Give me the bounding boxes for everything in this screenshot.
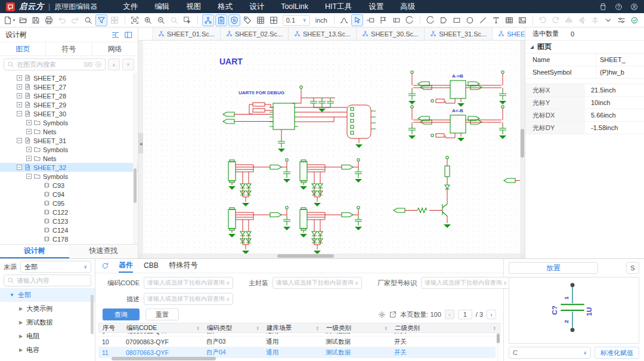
help-icon[interactable] [615, 3, 623, 11]
shield-button[interactable] [228, 14, 240, 26]
menu-design[interactable]: 设计 [241, 0, 273, 13]
tree-item-c123[interactable]: C123 [0, 217, 138, 226]
fit-view-button[interactable] [129, 14, 141, 26]
menu-toollink[interactable]: ToolLink [273, 0, 317, 13]
status-button[interactable] [628, 14, 640, 26]
tab-symbols[interactable]: 符号 [46, 42, 92, 55]
chevron-down-button[interactable] [602, 14, 614, 26]
column-header-[interactable]: 建库场景▲▼ [263, 323, 323, 332]
tree-structure-icon[interactable] [112, 31, 119, 39]
tree-item-c122[interactable]: C122 [0, 208, 138, 217]
category-search-input[interactable] [17, 277, 88, 284]
tree-item-sheet-30[interactable]: −SHEET_30 [0, 109, 138, 118]
select-area-button[interactable] [181, 14, 193, 26]
column-header-[interactable]: 二级类别▲▼ [391, 323, 500, 332]
tree-item-c124[interactable]: C124 [0, 226, 138, 235]
text-button[interactable] [490, 14, 502, 26]
clear-search-icon[interactable] [95, 61, 102, 68]
expander-icon[interactable]: − [17, 165, 22, 170]
search-prev-button[interactable]: ▲ [108, 58, 120, 70]
expander-icon[interactable]: + [26, 120, 32, 125]
net-flag-button[interactable] [377, 14, 389, 26]
schematic-title-text[interactable]: UART [219, 57, 243, 66]
grid-size-select[interactable]: 0.1∨ [283, 15, 310, 26]
schematic-subtitle-text[interactable]: UART0 FOR DEBUG [239, 90, 284, 95]
zoom-out-button[interactable] [155, 14, 167, 26]
doc-tab-sheet-31-sc[interactable]: SHEET_31.Sc... [425, 27, 493, 40]
expander-icon[interactable]: − [26, 174, 32, 179]
tag-button[interactable] [242, 14, 253, 26]
settings-gear-icon[interactable] [378, 311, 386, 319]
column-header-code[interactable]: 编码CODE▲▼ [123, 323, 203, 332]
tree-item-sheet-28[interactable]: +SHEET_28 [0, 91, 138, 100]
doc-tab-sheet-30-sc[interactable]: SHEET_30.Sc... [357, 27, 425, 40]
current-page-input[interactable]: 1 [458, 310, 472, 319]
line-button[interactable] [477, 14, 489, 26]
image-button[interactable] [516, 14, 528, 26]
snap-button[interactable] [268, 14, 280, 26]
category-search-box[interactable] [4, 274, 91, 286]
tree-item-sheet-26[interactable]: +SHEET_26 [0, 73, 138, 82]
tree-item-c244[interactable]: C244 [0, 243, 138, 244]
category-resistor[interactable]: ▶电阻 [0, 329, 95, 343]
search-button[interactable] [82, 14, 94, 26]
refresh-icon[interactable] [101, 262, 109, 270]
tree-item-c94[interactable]: C94 [0, 190, 138, 199]
arc-button[interactable] [404, 14, 416, 26]
table-vscrollbar-thumb[interactable] [497, 334, 500, 343]
category-test-data[interactable]: ▶测试数据 [0, 316, 95, 329]
category-scrollbar-thumb[interactable] [91, 295, 94, 334]
zoom-in-button[interactable] [142, 14, 154, 26]
category-all[interactable]: ▼全部 [0, 288, 95, 302]
tree-item-sheet-32[interactable]: −SHEET_32 [0, 163, 138, 172]
sort-icons[interactable]: ▲▼ [316, 326, 319, 331]
open-folder-icon[interactable] [138, 27, 153, 40]
canvas-vscrollbar[interactable] [520, 41, 525, 254]
open-folder-button[interactable] [17, 14, 29, 26]
s-button[interactable]: S [626, 262, 639, 274]
expander-icon[interactable]: − [17, 138, 22, 143]
expander-icon[interactable]: + [17, 75, 22, 81]
source-select[interactable]: 全部 ∨ [20, 261, 91, 273]
schematic-connector-4[interactable] [300, 206, 362, 254]
category-category-examples[interactable]: ▶大类示例 [0, 302, 95, 316]
schematic-canvas-area[interactable]: ◀ [138, 41, 525, 258]
doc-tab-sheet-02-sc[interactable]: SHEET_02.Sc... [221, 27, 289, 40]
tree-scrollbar-thumb[interactable] [134, 168, 137, 203]
schematic-connector-2[interactable] [300, 159, 362, 206]
sheet-section-header[interactable]: 图页 [525, 41, 644, 54]
prev-page-button[interactable]: ‹ [445, 310, 454, 319]
query-button[interactable]: 查询 [103, 308, 140, 320]
panel-collapse-handle[interactable]: ◀ [138, 133, 143, 153]
place-button[interactable]: 放置 [509, 262, 598, 274]
footprint-select[interactable]: C ∨ [509, 347, 591, 359]
menu-advanced[interactable]: 高级 [392, 0, 423, 13]
polygon-button[interactable] [438, 14, 450, 26]
filter-description-select[interactable]: 请输入或选择下拉框内容查询∨ [144, 293, 233, 305]
tree-item-c93[interactable]: C93 [0, 181, 138, 190]
schematic-transistor-circuit[interactable] [394, 156, 451, 228]
tree-item-sheet-29[interactable]: +SHEET_29 [0, 100, 138, 109]
cursor-button[interactable] [351, 14, 363, 26]
filter-button[interactable] [95, 14, 107, 26]
menu-view[interactable]: 视图 [178, 0, 209, 13]
wire-button[interactable] [338, 14, 350, 26]
schematic-level-shifter-b[interactable]: A<-B [408, 106, 506, 141]
property-row-name[interactable]: NameSHEET_ [525, 54, 644, 66]
reset-button[interactable]: 重置 [145, 308, 179, 320]
expander-icon[interactable]: + [17, 93, 22, 98]
doc-tab-sheet-32-sc[interactable]: SHEET_32.Sc... [493, 27, 525, 40]
menu-hit-tools[interactable]: HIT工具 [317, 0, 360, 13]
save-button[interactable] [30, 14, 42, 26]
tab-quick-find[interactable]: 快速查找 [69, 245, 138, 258]
doc-tab-sheet-01-sc[interactable]: SHEET_01.Sc... [153, 27, 221, 40]
canvas-vscrollbar-thumb[interactable] [521, 129, 524, 158]
user-avatar-icon[interactable] [630, 3, 638, 11]
doc-tab-sheet-13-sc[interactable]: SHEET_13.Sc... [289, 27, 357, 40]
tab-cbb[interactable]: CBB [144, 259, 159, 273]
net-port-button[interactable] [364, 14, 376, 26]
tree-item-symbols[interactable]: +Symbols [0, 118, 138, 127]
expander-icon[interactable]: + [26, 147, 32, 152]
expander-icon[interactable]: + [17, 84, 22, 90]
tree-item-nets[interactable]: +Nets [0, 127, 138, 136]
